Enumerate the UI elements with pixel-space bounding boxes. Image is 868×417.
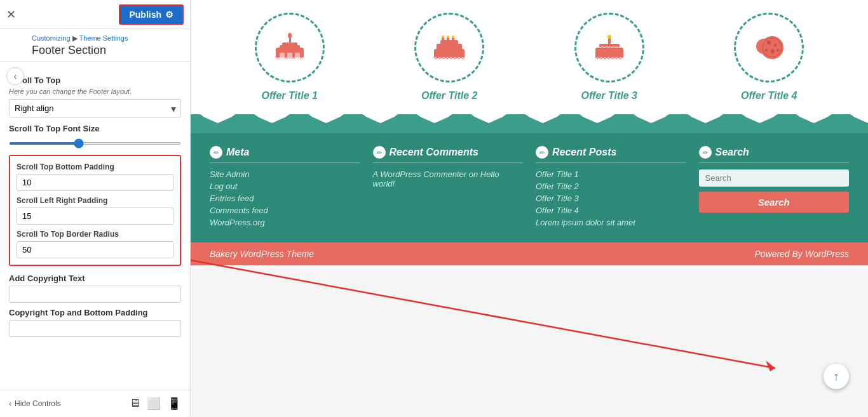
- mobile-icon[interactable]: 📱: [167, 397, 181, 411]
- offer-circle-3: [574, 13, 644, 83]
- border-radius-input[interactable]: [17, 241, 173, 258]
- footer-bottom-right: Powered By WordPress: [754, 249, 849, 259]
- footer-search-input[interactable]: [699, 169, 850, 187]
- svg-point-20: [607, 35, 611, 39]
- meta-link-comments[interactable]: Comments feed: [210, 206, 360, 215]
- comment-item-1[interactable]: A WordPress Commenter on Hello world!: [373, 169, 524, 189]
- svg-point-15: [447, 36, 449, 38]
- border-radius-label: Scroll To Top Border Radius: [17, 230, 173, 239]
- meta-header: ✏ Meta: [210, 146, 360, 163]
- padding-border-section: Scroll Top Bottom Padding Scroll Left Ri…: [9, 155, 181, 266]
- footer-bottom-left: Bakery WordPress Theme: [210, 249, 314, 259]
- close-button[interactable]: ✕: [6, 8, 16, 22]
- search-edit-icon[interactable]: ✏: [699, 146, 712, 159]
- copyright-padding-label: Copyright Top and Bottom Padding: [9, 308, 181, 317]
- post-link-1[interactable]: Offer Title 1: [536, 169, 686, 179]
- svg-point-25: [774, 44, 776, 46]
- section-title: Footer Section: [32, 44, 182, 57]
- offer-title-4: Offer Title 4: [741, 90, 797, 102]
- meta-link-entries[interactable]: Entries feed: [210, 194, 360, 203]
- posts-edit-icon[interactable]: ✏: [536, 146, 548, 159]
- svg-point-27: [765, 49, 768, 51]
- meta-title: Meta: [226, 147, 249, 158]
- breadcrumb-area: Customizing ▶ Theme Settings Footer Sect…: [0, 29, 190, 57]
- back-button[interactable]: ‹: [6, 67, 24, 85]
- align-select[interactable]: Right align Left align Center align: [9, 99, 181, 117]
- preview-area: Offer Title 1 Offer Title 2: [191, 0, 868, 417]
- align-select-wrapper: Right align Left align Center align: [9, 99, 181, 117]
- cake-icon-1: [271, 29, 309, 67]
- scroll-bottom-padding-input[interactable]: [17, 174, 173, 191]
- svg-rect-17: [595, 48, 623, 59]
- svg-rect-5: [282, 43, 297, 46]
- meta-edit-icon[interactable]: ✏: [210, 146, 222, 159]
- panel-content: Scroll To Top Here you can change the Fo…: [0, 62, 190, 390]
- svg-point-26: [771, 50, 775, 53]
- search-title: Search: [715, 147, 749, 158]
- desktop-icon[interactable]: 🖥: [129, 397, 140, 411]
- breadcrumb-theme-settings[interactable]: Theme Settings: [79, 34, 128, 42]
- footer-col-search: ✏ Search Search: [699, 146, 850, 230]
- svg-line-29: [191, 260, 775, 368]
- footer-col-posts: ✏ Recent Posts Offer Title 1 Offer Title…: [536, 146, 686, 230]
- meta-link-wp[interactable]: WordPress.org: [210, 218, 360, 227]
- offer-circle-2: [414, 13, 484, 83]
- hide-controls-label: Hide Controls: [15, 399, 61, 408]
- wavy-separator: [191, 114, 868, 133]
- scroll-to-top-label: Scroll To Top: [9, 76, 181, 85]
- scroll-to-top-button[interactable]: ↑: [824, 364, 849, 389]
- gear-icon: ⚙: [165, 10, 173, 20]
- meta-link-site-admin[interactable]: Site Admin: [210, 169, 360, 179]
- publish-button[interactable]: Publish ⚙: [119, 4, 184, 25]
- meta-link-logout[interactable]: Log out: [210, 182, 360, 191]
- tablet-icon[interactable]: ⬜: [147, 397, 161, 411]
- copyright-padding-input[interactable]: [9, 320, 181, 337]
- comments-edit-icon[interactable]: ✏: [373, 146, 386, 159]
- scroll-lr-padding-input[interactable]: [17, 208, 173, 225]
- svg-point-28: [776, 49, 779, 51]
- font-size-slider-wrapper: [9, 136, 181, 147]
- footer-section: ✏ Meta Site Admin Log out Entries feed C…: [191, 133, 868, 242]
- post-link-2[interactable]: Offer Title 2: [536, 182, 686, 191]
- copyright-text-label: Add Copyright Text: [9, 274, 181, 283]
- cake-icon-2: [430, 29, 468, 67]
- post-link-3[interactable]: Offer Title 3: [536, 194, 686, 203]
- offers-section: Offer Title 1 Offer Title 2: [191, 0, 868, 114]
- offer-title-1: Offer Title 1: [262, 90, 318, 102]
- post-link-4[interactable]: Offer Title 4: [536, 206, 686, 215]
- offer-item-3: Offer Title 3: [539, 13, 679, 102]
- search-header: ✏ Search: [699, 146, 850, 163]
- copyright-text-input[interactable]: [9, 286, 181, 303]
- breadcrumb: Customizing ▶ Theme Settings: [32, 34, 182, 43]
- offer-title-3: Offer Title 3: [581, 90, 637, 102]
- footer-bottom: Bakery WordPress Theme Powered By WordPr…: [191, 242, 868, 265]
- left-panel: ✕ Publish ⚙ ‹ Customizing ▶ Theme Settin…: [0, 0, 191, 417]
- svg-point-7: [288, 33, 292, 38]
- svg-point-14: [442, 36, 444, 38]
- chevron-left-icon: ‹: [9, 399, 11, 408]
- post-link-5[interactable]: Lorem ipsum dolor sit amet: [536, 218, 686, 227]
- comments-title: Recent Comments: [390, 147, 478, 158]
- svg-point-16: [452, 36, 454, 38]
- cookie-icon-4: [750, 29, 788, 67]
- font-size-slider[interactable]: [9, 142, 181, 145]
- device-icons: 🖥 ⬜ 📱: [129, 397, 181, 411]
- svg-rect-8: [434, 49, 465, 59]
- svg-point-24: [767, 41, 771, 44]
- footer-col-meta: ✏ Meta Site Admin Log out Entries feed C…: [210, 146, 360, 230]
- offer-title-2: Offer Title 2: [421, 90, 477, 102]
- hide-controls-button[interactable]: ‹ Hide Controls: [9, 399, 61, 408]
- top-bar: ✕ Publish ⚙: [0, 0, 190, 29]
- footer-search-button[interactable]: Search: [699, 192, 850, 213]
- offer-item-1: Offer Title 1: [219, 13, 360, 102]
- svg-marker-30: [766, 361, 775, 371]
- publish-label: Publish: [129, 10, 161, 20]
- offer-circle-4: [734, 13, 804, 83]
- breadcrumb-customizing[interactable]: Customizing: [32, 34, 71, 42]
- scroll-bottom-padding-label: Scroll Top Bottom Padding: [17, 162, 173, 171]
- posts-title: Recent Posts: [552, 147, 616, 158]
- scroll-lr-padding-label: Scroll Left Right Padding: [17, 196, 173, 205]
- offer-item-4: Offer Title 4: [699, 13, 839, 102]
- scroll-desc: Here you can change the Footer layout.: [9, 88, 181, 95]
- posts-header: ✏ Recent Posts: [536, 146, 686, 163]
